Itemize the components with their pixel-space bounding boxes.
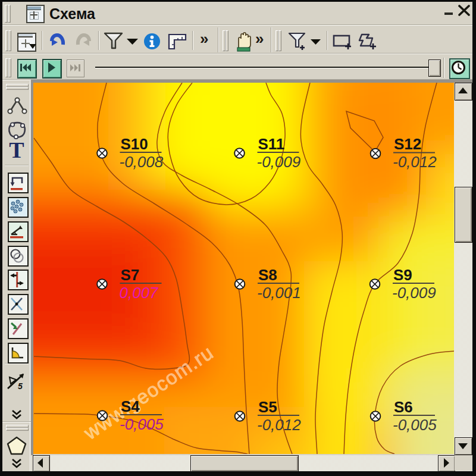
svg-text:-0,005: -0,005	[120, 415, 164, 433]
svg-text:0,007: 0,007	[120, 284, 159, 302]
svg-text:-0,012: -0,012	[257, 416, 301, 434]
svg-text:S10: S10	[121, 135, 148, 153]
svg-text:-0,009: -0,009	[392, 284, 436, 302]
svg-text:-0,001: -0,001	[257, 284, 301, 302]
svg-text:S8: S8	[258, 266, 277, 284]
svg-text:S6: S6	[394, 398, 413, 416]
svg-text:S11: S11	[258, 135, 285, 153]
svg-text:S7: S7	[121, 266, 140, 284]
svg-text:-0,005: -0,005	[393, 416, 437, 434]
svg-text:S4: S4	[121, 397, 140, 415]
svg-text:S9: S9	[393, 266, 412, 284]
svg-text:5: 5	[18, 381, 23, 391]
svg-text:-0,008: -0,008	[120, 153, 164, 171]
svg-text:-0,009: -0,009	[257, 153, 301, 171]
svg-text:S5: S5	[258, 398, 277, 416]
svg-text:S12: S12	[394, 135, 421, 153]
svg-text:-0,012: -0,012	[393, 153, 437, 171]
